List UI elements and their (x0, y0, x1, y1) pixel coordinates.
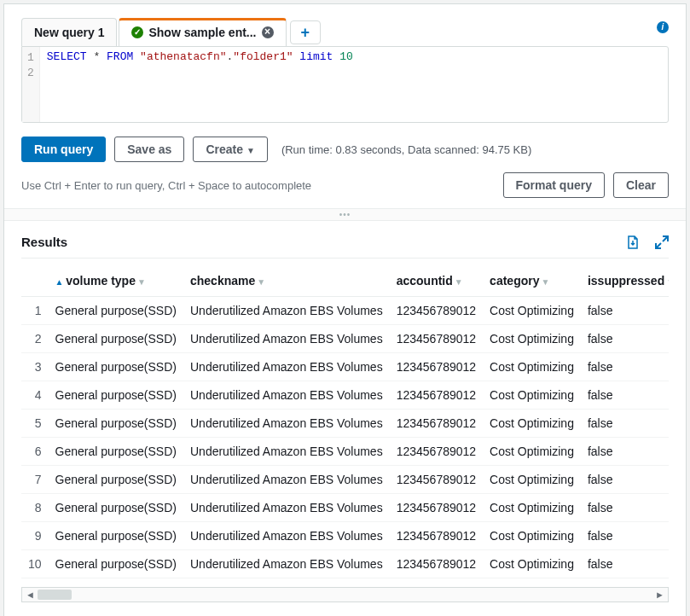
results-title: Results (21, 235, 67, 249)
token-table: "folder1" (233, 50, 293, 63)
cell-category: Cost Optimizing (483, 297, 581, 325)
code-area[interactable]: SELECT * FROM "athenatacfn"."folder1" li… (40, 47, 668, 122)
token-limitnum: 10 (339, 50, 353, 63)
expand-icon[interactable] (655, 235, 669, 249)
cell-volume-type: General purpose(SSD) (49, 353, 183, 381)
cell-volume-type: General purpose(SSD) (49, 522, 183, 550)
table-row: 4General purpose(SSD)Underutilized Amazo… (21, 381, 669, 410)
query-stats: (Run time: 0.83 seconds, Data scanned: 9… (281, 143, 531, 156)
cell-accountid: 123456789012 (390, 494, 483, 522)
table-row: 1General purpose(SSD)Underutilized Amazo… (21, 297, 669, 325)
cell-checkname: Underutilized Amazon EBS Volumes (183, 381, 390, 410)
clear-button[interactable]: Clear (613, 172, 669, 198)
row-number: 3 (21, 353, 49, 381)
token-db: "athenatacfn" (140, 50, 226, 63)
cell-issuppressed: false (581, 297, 669, 325)
keyword-limit: limit (299, 50, 333, 63)
run-query-button[interactable]: Run query (21, 137, 106, 162)
cell-issuppressed: false (581, 466, 669, 494)
sort-icon: ▼ (455, 277, 463, 287)
cell-issuppressed: false (581, 494, 669, 522)
token-star: * (93, 50, 100, 63)
create-label: Create (206, 142, 243, 156)
format-query-button[interactable]: Format query (503, 172, 605, 198)
download-icon[interactable] (626, 235, 640, 249)
cell-issuppressed: false (581, 550, 669, 578)
column-label: category (490, 274, 539, 288)
create-button[interactable]: Create▼ (193, 137, 268, 162)
cell-issuppressed: false (581, 522, 669, 550)
tab-label: New query 1 (34, 26, 104, 39)
sort-asc-icon: ▲ (55, 277, 67, 287)
scroll-left-icon[interactable]: ◄ (22, 590, 38, 600)
column-header[interactable]: category▼ (483, 265, 581, 297)
cell-accountid: 123456789012 (390, 325, 483, 353)
cell-volume-type: General purpose(SSD) (49, 438, 183, 466)
cell-accountid: 123456789012 (390, 410, 483, 438)
cell-checkname: Underutilized Amazon EBS Volumes (183, 522, 390, 550)
cell-issuppressed: false (581, 410, 669, 438)
cell-category: Cost Optimizing (483, 410, 581, 438)
line-number: 1 (27, 50, 34, 66)
column-header[interactable]: ▲ volume type▼ (49, 265, 183, 297)
scroll-right-icon[interactable]: ► (652, 590, 668, 600)
column-header[interactable]: accountid▼ (390, 265, 483, 297)
table-row: 10General purpose(SSD)Underutilized Amaz… (21, 550, 669, 578)
keyboard-hint: Use Ctrl + Enter to run query, Ctrl + Sp… (21, 179, 311, 192)
tab-show-sample[interactable]: ✓ Show sample ent... × (119, 18, 286, 46)
scroll-thumb[interactable] (38, 590, 72, 600)
cell-checkname: Underutilized Amazon EBS Volumes (183, 550, 390, 578)
row-number: 7 (21, 466, 49, 494)
cell-volume-type: General purpose(SSD) (49, 297, 183, 325)
column-header (21, 265, 49, 297)
cell-accountid: 123456789012 (390, 522, 483, 550)
line-gutter: 1 2 (22, 47, 40, 122)
close-icon[interactable]: × (262, 26, 274, 38)
keyword-select: SELECT (47, 50, 87, 63)
sql-editor[interactable]: 1 2 SELECT * FROM "athenatacfn"."folder1… (21, 46, 669, 123)
cell-category: Cost Optimizing (483, 522, 581, 550)
cell-checkname: Underutilized Amazon EBS Volumes (183, 353, 390, 381)
table-row: 6General purpose(SSD)Underutilized Amazo… (21, 438, 669, 466)
table-row: 8General purpose(SSD)Underutilized Amazo… (21, 494, 669, 522)
horizontal-scrollbar[interactable]: ◄ ► (21, 587, 669, 602)
keyword-from: FROM (107, 50, 133, 63)
cell-checkname: Underutilized Amazon EBS Volumes (183, 494, 390, 522)
row-number: 4 (21, 381, 49, 410)
chevron-down-icon: ▼ (246, 146, 255, 155)
cell-volume-type: General purpose(SSD) (49, 550, 183, 578)
cell-category: Cost Optimizing (483, 438, 581, 466)
info-icon[interactable]: i (657, 21, 669, 33)
query-tabs: New query 1 ✓ Show sample ent... × + (21, 18, 669, 46)
table-row: 5General purpose(SSD)Underutilized Amazo… (21, 410, 669, 438)
cell-accountid: 123456789012 (390, 381, 483, 410)
cell-issuppressed: false (581, 353, 669, 381)
column-header[interactable]: issuppressed▼ (581, 265, 669, 297)
cell-accountid: 123456789012 (390, 353, 483, 381)
cell-checkname: Underutilized Amazon EBS Volumes (183, 297, 390, 325)
column-header[interactable]: checkname▼ (183, 265, 390, 297)
sort-icon: ▼ (257, 277, 265, 287)
cell-category: Cost Optimizing (483, 353, 581, 381)
tab-new-query-1[interactable]: New query 1 (21, 18, 117, 46)
save-as-button[interactable]: Save as (114, 137, 184, 162)
sort-icon: ▼ (666, 277, 669, 287)
cell-checkname: Underutilized Amazon EBS Volumes (183, 325, 390, 353)
sort-icon: ▼ (541, 277, 549, 287)
line-number: 2 (27, 66, 34, 81)
column-label: volume type (66, 274, 136, 288)
cell-issuppressed: false (581, 438, 669, 466)
table-row: 2General purpose(SSD)Underutilized Amazo… (21, 325, 669, 353)
row-number: 10 (21, 550, 49, 578)
cell-issuppressed: false (581, 381, 669, 410)
cell-accountid: 123456789012 (390, 550, 483, 578)
cell-checkname: Underutilized Amazon EBS Volumes (183, 466, 390, 494)
column-label: checkname (190, 274, 255, 288)
cell-volume-type: General purpose(SSD) (49, 466, 183, 494)
add-tab-button[interactable]: + (290, 20, 322, 44)
column-label: accountid (397, 274, 453, 288)
resize-handle[interactable]: ••• (4, 208, 686, 220)
table-row: 3General purpose(SSD)Underutilized Amazo… (21, 353, 669, 381)
cell-volume-type: General purpose(SSD) (49, 410, 183, 438)
row-number: 1 (21, 297, 49, 325)
